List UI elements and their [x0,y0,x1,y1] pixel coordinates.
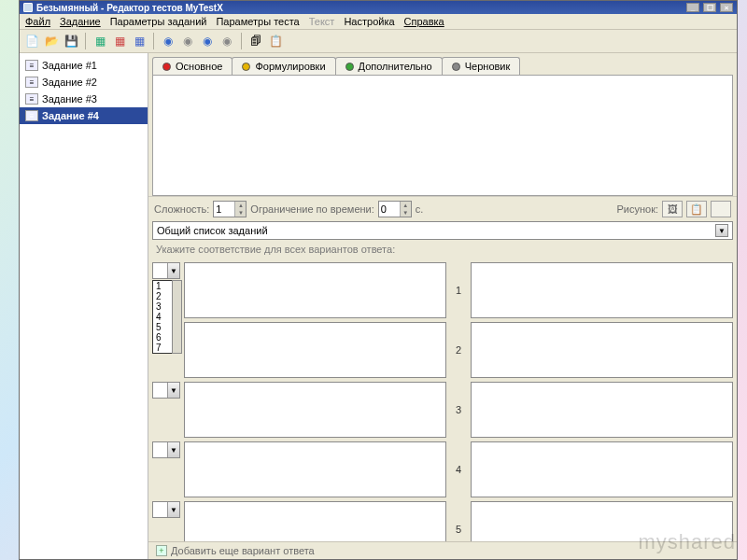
menu-file[interactable]: Файл [25,16,50,27]
match-select[interactable]: ▼ [152,382,180,399]
menu-text: Текст [309,16,335,27]
copy-icon[interactable]: 🗐 [247,33,264,49]
timelimit-label: Ограничение по времени: [250,203,374,215]
sidebar-item-task-2[interactable]: ≡Задание #2 [20,74,148,91]
maximize-button[interactable]: ☐ [703,3,716,12]
minimize-button[interactable]: _ [686,3,699,12]
match-listbox[interactable]: 1234567 [152,280,173,354]
del-task-icon[interactable]: ▦ [131,33,148,49]
tab-label: Основное [176,61,222,72]
timelimit-input[interactable] [379,202,400,217]
scrollbar[interactable] [172,280,182,354]
timelimit-unit: с. [416,203,424,215]
answer-row: ▼3 [152,382,733,438]
tab-2[interactable]: Дополнительно [335,57,443,75]
params-bar: Сложность: ▲▼ Ограничение по времени: ▲▼… [148,196,737,221]
add-task-icon[interactable]: ▦ [92,33,108,49]
menu-help[interactable]: Справка [404,16,444,27]
chevron-down-icon[interactable]: ▼ [167,502,179,517]
list-item[interactable]: 7 [153,343,172,353]
list-title: Общий список заданий [157,225,268,236]
answer-left-box[interactable] [184,382,446,438]
close-button[interactable]: × [720,3,733,12]
titlebar[interactable]: Безымянный - Редактор тестов MyTestX _ ☐… [20,1,737,14]
add-answer-label: Добавить еще вариант ответа [171,545,315,556]
list-item[interactable]: 5 [153,322,172,332]
timelimit-spinner[interactable]: ▲▼ [378,201,412,217]
picture-clear-button[interactable] [711,201,731,217]
nav-next-icon[interactable]: ◉ [199,33,216,49]
answer-left-box[interactable] [184,262,446,318]
new-icon[interactable]: 📄 [23,33,40,49]
answer-left-box[interactable] [184,322,446,378]
chevron-down-icon[interactable]: ▼ [167,263,179,278]
answer-left-box[interactable] [184,501,446,541]
tab-3[interactable]: Черновик [442,57,521,75]
dropdown-icon[interactable]: ▼ [715,224,728,237]
answer-right-box[interactable] [471,322,733,378]
menubar: Файл Задание Параметры заданий Параметры… [20,14,737,30]
instruction-text: Укажите соответствие для всех вариантов … [148,240,737,259]
tab-0[interactable]: Основное [152,57,233,75]
spin-down-icon[interactable]: ▼ [234,209,246,217]
complexity-input[interactable] [214,202,234,217]
match-select[interactable]: ▼ [152,441,180,458]
answer-number: 1 [450,262,467,318]
answer-number: 5 [450,501,467,541]
answers-area: ▼12345671▼2▼3▼4▼5 [148,259,737,541]
tab-label: Дополнительно [359,61,432,72]
answer-row: ▼12345671 [152,262,733,318]
menu-settings[interactable]: Настройка [344,16,394,27]
tab-1[interactable]: Формулировки [232,57,335,75]
spin-up-icon[interactable]: ▲ [400,202,411,209]
menu-task[interactable]: Задание [60,16,101,27]
chevron-down-icon[interactable]: ▼ [167,442,179,457]
match-select[interactable]: ▼ [152,501,180,518]
menu-task-params[interactable]: Параметры заданий [110,16,207,27]
sidebar-item-task-1[interactable]: ≡Задание #1 [20,57,148,74]
app-icon [23,3,33,12]
sidebar-item-task-3[interactable]: ≡Задание #3 [20,91,148,107]
task-icon: ≡ [25,110,38,121]
main-panel: ОсновноеФормулировкиДополнительноЧернови… [148,53,737,559]
nav-prev-icon[interactable]: ◉ [179,33,196,49]
toolbar: 📄 📂 💾 ▦ ▦ ▦ ◉ ◉ ◉ ◉ 🗐 📋 [20,30,737,53]
paste-icon[interactable]: 📋 [267,33,284,49]
tab-dot-icon [452,63,460,71]
spin-down-icon[interactable]: ▼ [400,209,411,217]
save-icon[interactable]: 💾 [63,33,79,49]
picture-paste-button[interactable]: 📋 [686,201,707,217]
answer-right-box[interactable] [471,262,733,318]
list-item[interactable]: 4 [153,312,172,322]
list-item[interactable]: 1 [153,281,172,291]
answer-right-box[interactable] [471,382,733,438]
list-selector[interactable]: Общий список заданий ▼ [152,221,733,240]
picture-add-button[interactable]: 🖼 [662,201,683,217]
answer-row: ▼5 [152,501,733,541]
app-window: Безымянный - Редактор тестов MyTestX _ ☐… [19,0,738,560]
answer-right-box[interactable] [471,501,733,541]
nav-first-icon[interactable]: ◉ [160,33,176,49]
tab-dot-icon [162,63,171,71]
list-item[interactable]: 3 [153,301,172,312]
open-icon[interactable]: 📂 [43,33,60,49]
list-item[interactable]: 6 [153,332,172,343]
question-textarea[interactable] [152,75,733,196]
sidebar-item-task-4[interactable]: ≡Задание #4 [20,107,148,124]
list-item[interactable]: 2 [153,291,172,301]
spin-up-icon[interactable]: ▲ [234,202,246,209]
dup-task-icon[interactable]: ▦ [111,33,128,49]
complexity-spinner[interactable]: ▲▼ [213,201,247,217]
answer-right-box[interactable] [471,441,733,497]
answer-left-box[interactable] [184,441,446,497]
menu-test-params[interactable]: Параметры теста [216,16,299,27]
match-select[interactable]: ▼ [152,262,180,279]
add-answer-button[interactable]: + Добавить еще вариант ответа [148,541,737,559]
window-title: Безымянный - Редактор тестов MyTestX [36,3,223,13]
nav-last-icon[interactable]: ◉ [218,33,235,49]
answer-number: 3 [450,382,467,438]
tab-dot-icon [345,63,354,71]
tab-label: Формулировки [255,61,325,72]
chevron-down-icon[interactable]: ▼ [167,383,179,398]
tab-dot-icon [242,63,250,71]
